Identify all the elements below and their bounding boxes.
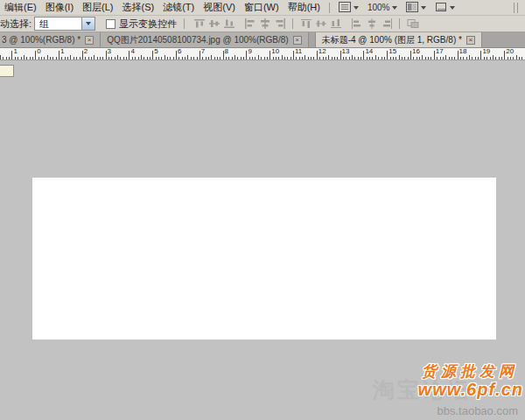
ruler-tick bbox=[302, 57, 303, 60]
horizontal-ruler[interactable]: 101234567891011121314151617181920 bbox=[0, 48, 525, 60]
chevron-down-icon bbox=[354, 6, 359, 10]
ruler-tick bbox=[0, 55, 1, 60]
ruler-tick bbox=[378, 57, 379, 60]
ruler-tick bbox=[18, 57, 18, 60]
ruler-tick bbox=[475, 57, 476, 60]
ruler-tick bbox=[278, 57, 279, 60]
ruler-tick bbox=[26, 57, 27, 60]
menu-item-select[interactable]: 选择(S) bbox=[118, 1, 159, 14]
auto-select-dropdown[interactable]: 组 bbox=[34, 17, 95, 31]
menu-item-help[interactable]: 帮助(H) bbox=[284, 1, 325, 14]
ruler-tick bbox=[343, 57, 344, 60]
ruler-tick bbox=[313, 57, 314, 60]
ruler-tick bbox=[334, 57, 335, 60]
distribute-top-icon[interactable] bbox=[299, 18, 312, 30]
ruler-tick bbox=[100, 57, 101, 60]
menu-item-window[interactable]: 窗口(W) bbox=[240, 1, 284, 14]
document-tab-0[interactable]: 3 @ 100%(RGB/8) *× bbox=[0, 32, 101, 47]
ruler-tick bbox=[176, 51, 177, 60]
distribute-vertical-center-icon[interactable] bbox=[314, 18, 327, 30]
zoom-level-button[interactable]: 100% bbox=[363, 3, 402, 12]
align-bottom-icon[interactable] bbox=[222, 18, 235, 30]
zoom-level-value: 100% bbox=[368, 3, 390, 12]
ruler-tick bbox=[466, 57, 467, 60]
menu-item-view[interactable]: 视图(V) bbox=[199, 1, 240, 14]
show-transform-checkbox[interactable] bbox=[106, 19, 116, 29]
ruler-tick bbox=[430, 57, 431, 60]
distribute-horizontal-center-icon[interactable] bbox=[365, 18, 378, 30]
arrange-documents-button[interactable] bbox=[402, 2, 430, 14]
align-top-icon[interactable] bbox=[192, 18, 206, 30]
align-vertical-center-icon[interactable] bbox=[207, 18, 220, 30]
ruler-tick bbox=[44, 57, 45, 60]
ruler-tick bbox=[117, 55, 118, 60]
screen-mode-button[interactable] bbox=[430, 2, 459, 14]
ruler-label: 4 bbox=[130, 48, 134, 55]
ruler-tick bbox=[493, 55, 494, 60]
align-right-icon[interactable] bbox=[273, 18, 286, 30]
ruler-tick bbox=[463, 57, 464, 60]
auto-align-layers-icon[interactable] bbox=[406, 18, 419, 30]
dropdown-arrow-icon[interactable] bbox=[81, 18, 94, 30]
ruler-tick bbox=[428, 57, 429, 60]
ruler-tick bbox=[35, 51, 36, 60]
ruler-label: 13 bbox=[342, 48, 350, 55]
distribute-bottom-icon[interactable] bbox=[329, 18, 342, 30]
ruler-tick bbox=[349, 57, 350, 60]
document-tab-1[interactable]: QQ图片20140508100734.jpg @ 100%(RGB/8)× bbox=[101, 32, 309, 47]
ruler-label: 7 bbox=[201, 48, 205, 55]
ruler-tick bbox=[375, 55, 376, 60]
ruler-label: 18 bbox=[459, 48, 467, 55]
ruler-tick bbox=[352, 55, 353, 60]
ruler-tick bbox=[115, 57, 116, 60]
ruler-tick bbox=[6, 57, 7, 60]
ruler-tick bbox=[206, 57, 206, 60]
tab-close-icon[interactable]: × bbox=[466, 36, 475, 45]
menu-item-image[interactable]: 图像(I) bbox=[41, 1, 78, 14]
ruler-tick bbox=[234, 55, 235, 60]
ruler-tick bbox=[197, 57, 198, 60]
tab-close-icon[interactable]: × bbox=[293, 36, 302, 45]
ruler-tick bbox=[161, 57, 162, 60]
view-extras-button[interactable] bbox=[334, 2, 363, 14]
ruler-tick bbox=[387, 51, 388, 60]
panel-grip[interactable] bbox=[514, 3, 518, 13]
tab-label: 未标题-4 @ 100% (图层 1, RGB/8) * bbox=[322, 34, 462, 46]
ruler-tick bbox=[287, 57, 288, 60]
ruler-tick bbox=[326, 57, 326, 60]
ruler-tick bbox=[458, 51, 458, 60]
ruler-tick bbox=[158, 57, 159, 60]
align-left-icon[interactable] bbox=[243, 18, 256, 30]
ruler-tick bbox=[372, 57, 373, 60]
ruler-tick bbox=[50, 57, 51, 60]
ruler-tick bbox=[132, 57, 133, 60]
menu-item-edit[interactable]: 编辑(E) bbox=[0, 1, 41, 14]
ruler-tick bbox=[469, 55, 470, 60]
ruler-label: 17 bbox=[436, 48, 444, 55]
menu-item-layer[interactable]: 图层(L) bbox=[78, 1, 117, 14]
ruler-tick bbox=[214, 57, 215, 60]
menu-item-filter[interactable]: 滤镜(T) bbox=[158, 1, 199, 14]
ruler-tick bbox=[38, 57, 39, 60]
align-horizontal-center-icon[interactable] bbox=[258, 18, 271, 30]
ruler-tick bbox=[358, 57, 359, 60]
ruler-tick bbox=[120, 57, 121, 60]
watermark-line2: www.6pf.cn bbox=[418, 380, 523, 400]
ruler-tick bbox=[290, 57, 291, 60]
ruler-tick bbox=[47, 55, 48, 60]
distribute-right-icon[interactable] bbox=[380, 18, 393, 30]
menubar-separator bbox=[329, 3, 330, 13]
tab-label: QQ图片20140508100734.jpg @ 100%(RGB/8) bbox=[107, 34, 289, 46]
ruler-tick bbox=[402, 57, 402, 60]
document-tab-2[interactable]: 未标题-4 @ 100% (图层 1, RGB/8) *× bbox=[315, 32, 482, 47]
ruler-tick bbox=[499, 57, 500, 60]
tab-close-icon[interactable]: × bbox=[85, 36, 94, 45]
document-canvas[interactable] bbox=[32, 178, 496, 340]
distribute-left-icon[interactable] bbox=[350, 18, 363, 30]
ruler-tick bbox=[187, 55, 188, 60]
show-transform-label: 显示变换控件 bbox=[119, 18, 177, 31]
ruler-tick bbox=[56, 57, 57, 60]
ruler-tick bbox=[478, 57, 479, 60]
ruler-tick bbox=[167, 57, 168, 60]
ruler-tick bbox=[232, 57, 233, 60]
